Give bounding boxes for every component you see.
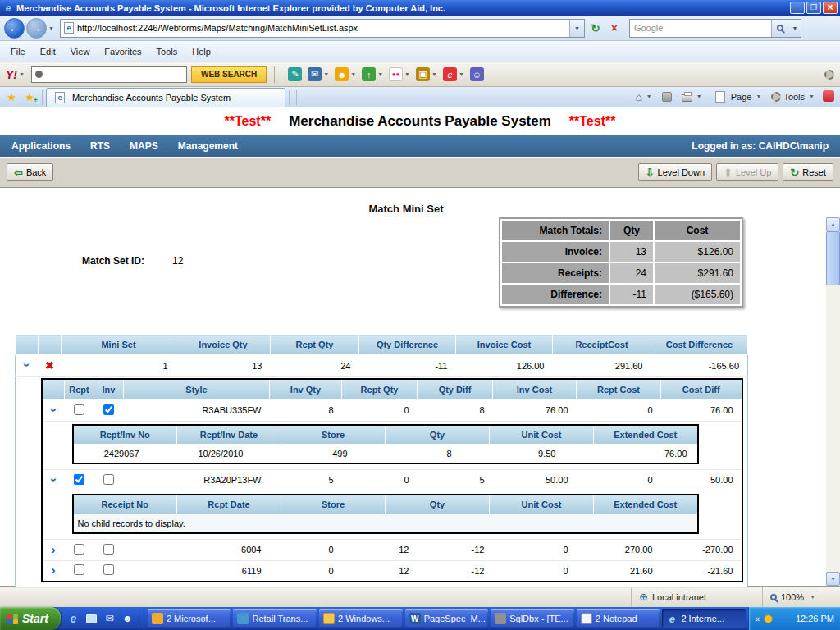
minimize-button[interactable]: _ (790, 2, 805, 14)
yahoo-search-input[interactable] (46, 70, 186, 80)
collapse-row-control[interactable]: › (42, 399, 65, 421)
compose-button[interactable]: ✎ (288, 67, 302, 81)
bookmarks-button[interactable]: ↑▼ (362, 67, 383, 81)
zoom-control[interactable]: 100% ▼ (762, 587, 840, 607)
tray-overflow-button[interactable]: « (755, 614, 760, 623)
nav-maps[interactable]: MAPS (130, 140, 158, 152)
rcpt-checkbox[interactable] (74, 544, 84, 555)
search-input[interactable] (630, 23, 771, 33)
url-input[interactable] (77, 23, 569, 33)
yahoo-logo-icon[interactable]: Y! (6, 68, 17, 81)
refresh-button[interactable]: ↻ (587, 20, 604, 37)
expand-row-control[interactable]: › (42, 560, 65, 582)
scrollbar-thumb[interactable] (826, 231, 840, 285)
ie-quicklaunch-icon[interactable]: e (66, 612, 80, 626)
inv-checkbox[interactable] (103, 404, 114, 415)
feeds-button[interactable] (657, 88, 677, 105)
cell-cost-diff: 50.00 (661, 469, 742, 491)
web-search-button[interactable]: WEB SEARCH (191, 66, 267, 83)
window-titlebar: e Merchandise Accounts Payable System - … (0, 0, 840, 16)
task-button-pagespec[interactable]: WPageSpec_M... (405, 609, 489, 628)
rcpt-checkbox[interactable] (74, 474, 84, 485)
ebay-button[interactable]: e▼ (443, 67, 464, 81)
mail-quicklaunch-icon[interactable]: ✉ (103, 612, 116, 626)
cell-qty-diff: 8 (418, 399, 493, 421)
separator (289, 90, 290, 105)
expand-row-control[interactable]: › (42, 539, 65, 560)
browser-tab[interactable]: e Merchandise Accounts Payable System (46, 88, 285, 107)
maximize-button[interactable]: ❐ (806, 2, 821, 14)
messenger-quicklaunch-icon[interactable]: ☻ (121, 612, 135, 626)
messenger-button[interactable]: ☻▼ (335, 67, 356, 81)
flickr-button[interactable]: ●●▼ (389, 67, 410, 81)
inv-checkbox[interactable] (103, 544, 114, 555)
inv-checkbox[interactable] (103, 564, 114, 575)
cell-mini-set: 1 (62, 355, 176, 377)
search-provider-dropdown[interactable]: ▼ (789, 20, 801, 37)
tools-menu-button[interactable]: Tools▼ (766, 88, 819, 105)
task-button-notepad[interactable]: 2 Notepad (577, 609, 660, 628)
browser-back-button[interactable]: ← (4, 18, 25, 39)
yahoo-search-icon (35, 71, 43, 78)
close-button[interactable]: × (823, 2, 838, 14)
show-desktop-icon[interactable] (84, 612, 98, 626)
task-button-microsoft[interactable]: 2 Microsof... (148, 609, 231, 628)
extension-icon[interactable] (823, 90, 834, 102)
cell-qty-diff: 5 (418, 469, 493, 491)
task-button-sqldbx[interactable]: SqlDbx - [TE... (491, 609, 574, 628)
stop-button[interactable]: × (606, 20, 623, 37)
scroll-up-button[interactable]: ▲ (826, 217, 840, 231)
cell-qty: 8 (386, 445, 490, 463)
briefcase-button[interactable]: ▣▼ (416, 67, 437, 81)
chevron-down-icon: ▼ (459, 71, 464, 77)
task-button-internet-explorer[interactable]: e2 Interne... (662, 609, 746, 628)
match-set-id-label: Match Set ID: (82, 255, 144, 267)
chevron-expanded-icon: › (48, 408, 58, 412)
scroll-down-button[interactable]: ▼ (826, 572, 840, 586)
window-title: Merchandise Accounts Payable System - Mi… (16, 3, 788, 13)
back-button[interactable]: ⇦Back (7, 163, 53, 181)
reset-label: Reset (802, 167, 826, 177)
nested-panel-row: Rcpt Inv Style Inv Qty Rcpt Qty Qty Diff… (16, 377, 748, 588)
url-history-dropdown[interactable]: ▼ (569, 20, 584, 37)
level-down-button[interactable]: ⇩Level Down (638, 163, 712, 181)
chevron-down-icon: ▼ (756, 94, 761, 99)
task-button-retail[interactable]: Retail Trans... (233, 609, 317, 628)
menu-help[interactable]: Help (185, 43, 218, 60)
favorites-button[interactable]: ★ (2, 89, 21, 106)
home-button[interactable]: ⌂▼ (630, 88, 656, 105)
reset-button[interactable]: ↻Reset (783, 163, 833, 181)
start-button[interactable]: Start (0, 607, 61, 630)
header-store: Store (281, 425, 386, 445)
inv-checkbox[interactable] (103, 474, 114, 485)
recent-pages-dropdown[interactable]: ▼ (48, 25, 54, 31)
print-button[interactable]: ▼ (677, 88, 707, 105)
cell-rcpt-cost: 270.00 (577, 539, 661, 560)
search-magnifier-button[interactable] (771, 20, 789, 37)
collapse-row-control[interactable]: › (42, 469, 65, 491)
tray-alert-icon[interactable] (764, 614, 773, 623)
browser-forward-button[interactable]: → (26, 18, 47, 39)
nav-applications[interactable]: Applications (11, 140, 71, 152)
delete-mini-set-button[interactable]: ✖ (39, 355, 62, 377)
vertical-scrollbar[interactable]: ▲ ▼ (826, 217, 840, 586)
menu-tools[interactable]: Tools (149, 43, 185, 60)
menu-edit[interactable]: Edit (33, 43, 63, 60)
rcpt-checkbox[interactable] (74, 564, 84, 575)
page-favicon-icon: e (64, 22, 74, 34)
menu-view[interactable]: View (63, 43, 98, 60)
profile-button[interactable]: ☺ (470, 67, 484, 81)
page-menu-button[interactable]: Page▼ (707, 88, 767, 105)
mail-button[interactable]: ✉▼ (308, 67, 329, 81)
nav-management[interactable]: Management (178, 140, 238, 152)
collapse-row-control[interactable]: › (16, 355, 39, 377)
task-button-windows[interactable]: 2 Windows... (319, 609, 403, 628)
nav-rts[interactable]: RTS (90, 140, 110, 152)
add-favorite-button[interactable]: ★+ (21, 89, 39, 106)
menu-favorites[interactable]: Favorites (97, 43, 148, 60)
yahoo-logo-dropdown[interactable]: ▼ (19, 71, 25, 77)
clock[interactable]: 12:26 PM (796, 614, 834, 623)
menu-file[interactable]: File (3, 43, 33, 60)
rcpt-checkbox[interactable] (74, 404, 84, 415)
toolbar-settings-button[interactable] (824, 70, 834, 80)
